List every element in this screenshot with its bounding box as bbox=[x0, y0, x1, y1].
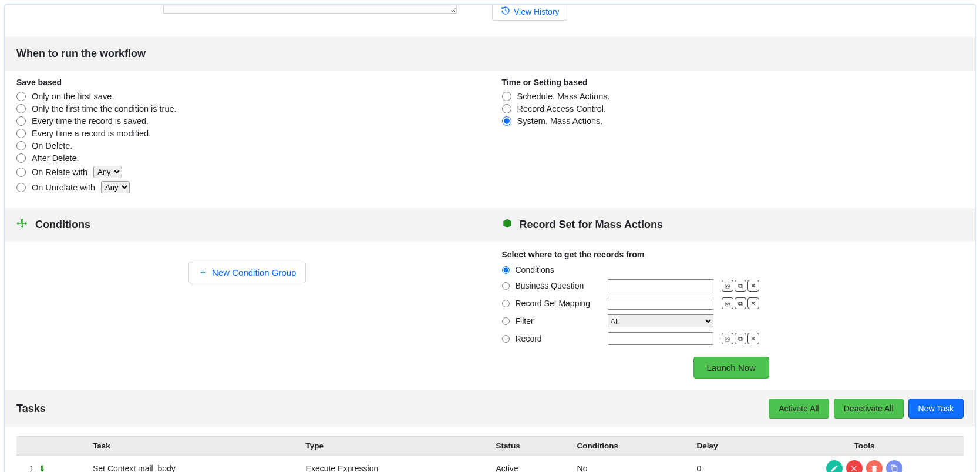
plus-icon: ＋ bbox=[198, 267, 207, 278]
rs-bq-radio[interactable] bbox=[502, 282, 510, 290]
move-down-icon[interactable]: ⇓ bbox=[39, 464, 46, 472]
task-name: Set Context mail_body bbox=[87, 456, 300, 473]
table-row: 1 ⇓Set Context mail_bodyExecute Expressi… bbox=[16, 456, 964, 473]
launch-now-button[interactable]: Launch Now bbox=[693, 357, 769, 379]
conditions-header: Conditions bbox=[5, 208, 490, 242]
map-goto-icon[interactable]: ◎ bbox=[722, 297, 733, 309]
trigger-every-modify[interactable]: Every time a record is modified. bbox=[16, 129, 479, 138]
trigger-first-save[interactable]: Only on the first save. bbox=[16, 92, 479, 101]
col-tools: Tools bbox=[765, 437, 964, 456]
deactivate-all-label: Deactivate All bbox=[844, 404, 894, 413]
bq-clear-icon[interactable]: ✕ bbox=[747, 280, 759, 292]
time-based-subhead: Time or Setting based bbox=[502, 78, 964, 87]
label-schedule: Schedule. Mass Actions. bbox=[517, 92, 610, 101]
svg-marker-0 bbox=[503, 219, 511, 228]
map-clear-icon[interactable]: ✕ bbox=[747, 297, 759, 309]
label-system-mass: System. Mass Actions. bbox=[517, 116, 603, 126]
activate-all-button[interactable]: Activate All bbox=[769, 399, 829, 419]
duplicate-task-button[interactable] bbox=[886, 460, 902, 472]
deactivate-all-button[interactable]: Deactivate All bbox=[834, 399, 904, 419]
col-delay: Delay bbox=[691, 437, 765, 456]
trigger-after-delete[interactable]: After Delete. bbox=[16, 153, 479, 163]
task-delay: 0 bbox=[691, 456, 765, 473]
task-status: Active bbox=[490, 456, 571, 473]
on-unrelate-select[interactable]: Any bbox=[101, 181, 130, 193]
task-conditions: No bbox=[571, 456, 691, 473]
rs-filter-label: Filter bbox=[516, 316, 534, 326]
task-order: 1 ⇓ bbox=[16, 456, 52, 473]
rec-goto-icon[interactable]: ◎ bbox=[722, 333, 733, 344]
col-task: Task bbox=[87, 437, 300, 456]
task-type: Execute Expression bbox=[300, 456, 490, 473]
edit-task-button[interactable] bbox=[826, 460, 843, 472]
rs-record-input[interactable] bbox=[608, 332, 713, 345]
rs-conditions-radio[interactable] bbox=[502, 266, 510, 274]
new-condition-group-label: New Condition Group bbox=[212, 267, 296, 277]
trigger-on-delete[interactable]: On Delete. bbox=[16, 141, 479, 150]
rs-record-label: Record bbox=[516, 334, 542, 343]
when-heading: When to run the workflow bbox=[16, 48, 146, 60]
new-condition-group-button[interactable]: ＋ New Condition Group bbox=[188, 262, 306, 283]
rs-bq-label: Business Question bbox=[516, 281, 584, 290]
trigger-on-relate[interactable]: On Relate with Any bbox=[16, 166, 479, 178]
select-records-label: Select where to get the records from bbox=[502, 250, 964, 259]
col-conditions: Conditions bbox=[571, 437, 691, 456]
trigger-schedule[interactable]: Schedule. Mass Actions. bbox=[502, 92, 964, 101]
trigger-system-mass[interactable]: System. Mass Actions. bbox=[502, 116, 964, 126]
rec-clear-icon[interactable]: ✕ bbox=[747, 333, 759, 344]
hex-icon bbox=[502, 218, 513, 232]
label-first-save: Only on the first save. bbox=[32, 92, 114, 101]
conditions-heading: Conditions bbox=[35, 219, 90, 231]
description-textarea[interactable] bbox=[163, 5, 457, 14]
rs-bq-input[interactable] bbox=[608, 279, 713, 292]
when-to-run-header: When to run the workflow bbox=[5, 37, 975, 71]
label-on-relate: On Relate with bbox=[32, 168, 87, 177]
launch-now-label: Launch Now bbox=[707, 363, 756, 373]
delete-task-button[interactable] bbox=[866, 460, 883, 472]
deactivate-task-button[interactable] bbox=[846, 460, 863, 472]
history-icon bbox=[501, 6, 510, 17]
rs-map-input[interactable] bbox=[608, 297, 713, 310]
view-history-label: View History bbox=[514, 7, 560, 16]
trigger-every-save[interactable]: Every time the record is saved. bbox=[16, 116, 479, 126]
trigger-on-unrelate[interactable]: On Unrelate with Any bbox=[16, 181, 479, 193]
recordset-header: Record Set for Mass Actions bbox=[490, 208, 976, 242]
conditions-icon bbox=[16, 217, 28, 232]
rs-map-label: Record Set Mapping bbox=[516, 299, 591, 308]
recordset-heading: Record Set for Mass Actions bbox=[520, 219, 663, 231]
trigger-first-condition[interactable]: Only the first time the condition is tru… bbox=[16, 104, 479, 113]
on-relate-select[interactable]: Any bbox=[93, 166, 122, 178]
bq-select-icon[interactable]: ⧉ bbox=[735, 280, 746, 292]
view-history-button[interactable]: View History bbox=[492, 4, 568, 21]
bq-goto-icon[interactable]: ◎ bbox=[722, 280, 733, 292]
label-every-modify: Every time a record is modified. bbox=[32, 129, 151, 138]
new-task-label: New Task bbox=[918, 404, 954, 413]
rs-record-radio[interactable] bbox=[502, 335, 510, 343]
map-select-icon[interactable]: ⧉ bbox=[735, 297, 746, 309]
activate-all-label: Activate All bbox=[779, 404, 819, 413]
save-based-subhead: Save based bbox=[16, 78, 479, 87]
label-first-condition: Only the first time the condition is tru… bbox=[32, 104, 177, 113]
col-type: Type bbox=[300, 437, 490, 456]
label-every-save: Every time the record is saved. bbox=[32, 116, 149, 126]
new-task-button[interactable]: New Task bbox=[908, 399, 964, 419]
label-record-access: Record Access Control. bbox=[517, 104, 607, 113]
col-status: Status bbox=[490, 437, 571, 456]
tasks-heading: Tasks bbox=[16, 403, 46, 415]
label-on-unrelate: On Unrelate with bbox=[32, 183, 95, 192]
rs-map-radio[interactable] bbox=[502, 300, 510, 307]
rs-filter-select[interactable]: All bbox=[608, 314, 713, 327]
trigger-record-access[interactable]: Record Access Control. bbox=[502, 104, 964, 113]
label-on-delete: On Delete. bbox=[32, 141, 72, 150]
label-after-delete: After Delete. bbox=[32, 153, 79, 163]
rs-filter-radio[interactable] bbox=[502, 317, 510, 325]
rs-conditions-label: Conditions bbox=[516, 265, 554, 275]
rec-select-icon[interactable]: ⧉ bbox=[735, 333, 746, 344]
